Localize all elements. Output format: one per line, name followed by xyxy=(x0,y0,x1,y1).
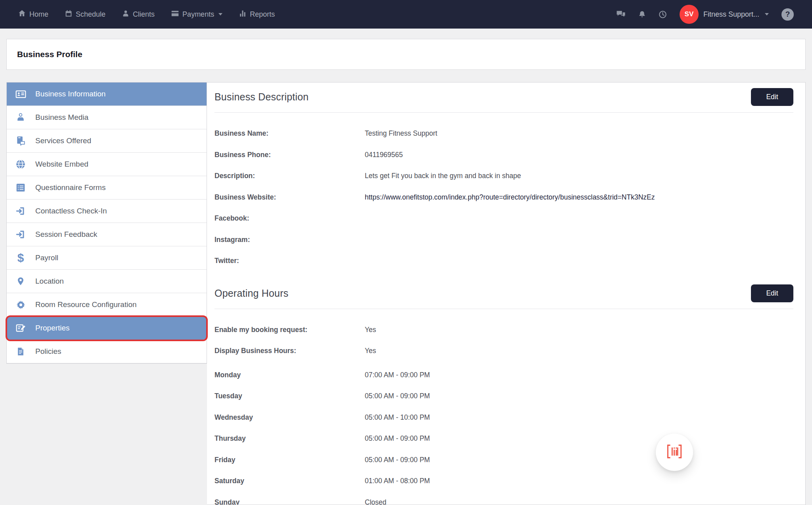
business-person-icon xyxy=(15,113,27,122)
account-menu[interactable]: SV Fitness Support... xyxy=(680,5,769,24)
field-display-business-hours: Display Business Hours: Yes xyxy=(214,340,793,362)
settings-sidebar: Business Information Business Media Serv… xyxy=(6,82,207,364)
sidebar-item-questionnaire-forms[interactable]: Questionnaire Forms xyxy=(7,176,207,200)
field-hours-saturday: Saturday 01:00 AM - 08:00 PM xyxy=(214,470,793,492)
field-business-website: Business Website: https://www.onefitstop… xyxy=(214,187,793,208)
field-business-name: Business Name: Testing Fitness Support xyxy=(214,123,793,144)
calendar-icon xyxy=(65,10,72,19)
gear-icon xyxy=(15,300,27,310)
field-hours-friday: Friday 05:00 AM - 09:00 PM xyxy=(214,449,793,471)
dollar-icon: $ xyxy=(15,252,27,264)
person-icon xyxy=(122,10,129,19)
section-title: Business Description xyxy=(214,91,308,103)
navbar-right-group: SV Fitness Support... ? xyxy=(616,5,794,24)
help-icon[interactable]: ? xyxy=(781,8,794,21)
top-navbar: Home Schedule Clients Payments Reports S… xyxy=(0,0,812,29)
section-business-description: Business Description Edit Business Name:… xyxy=(214,83,793,272)
sidebar-item-business-information[interactable]: Business Information xyxy=(7,83,207,106)
sidebar-item-services-offered[interactable]: Services Offered xyxy=(7,129,207,153)
book-chat-icon xyxy=(15,136,27,146)
avatar: SV xyxy=(680,5,699,24)
section-header: Business Description Edit xyxy=(214,83,793,113)
sidebar-item-label: Contactless Check-In xyxy=(35,207,107,215)
barcode-scan-icon xyxy=(665,444,684,461)
nav-item-label: Home xyxy=(29,10,48,19)
sidebar-item-label: Properties xyxy=(35,324,70,332)
field-hours-sunday: Sunday Closed xyxy=(214,492,793,505)
field-instagram: Instagram: xyxy=(214,229,793,251)
nav-item-reports[interactable]: Reports xyxy=(239,10,275,19)
sidebar-item-label: Services Offered xyxy=(35,136,91,145)
section-title: Operating Hours xyxy=(214,288,288,299)
bar-chart-icon xyxy=(239,10,246,19)
page-header-card: Business Profile xyxy=(6,39,806,70)
field-business-phone: Business Phone: 0411969565 xyxy=(214,144,793,166)
nav-item-label: Clients xyxy=(133,10,155,19)
field-hours-monday: Monday 07:00 AM - 09:00 PM xyxy=(214,365,793,386)
chevron-down-icon xyxy=(218,13,222,15)
field-hours-tuesday: Tuesday 05:00 AM - 09:00 PM xyxy=(214,386,793,407)
sidebar-item-label: Policies xyxy=(35,347,61,356)
edit-operating-hours-button[interactable]: Edit xyxy=(751,284,793,302)
sidebar-item-label: Business Information xyxy=(35,90,105,98)
sidebar-item-label: Business Media xyxy=(35,113,88,122)
sidebar-item-label: Location xyxy=(35,277,64,286)
page-title: Business Profile xyxy=(17,50,82,59)
field-twitter: Twitter: xyxy=(214,250,793,272)
chevron-down-icon xyxy=(765,13,769,15)
sidebar-item-contactless-check-in[interactable]: Contactless Check-In xyxy=(7,200,207,223)
sidebar-item-label: Website Embed xyxy=(35,160,88,169)
sidebar-item-label: Session Feedback xyxy=(35,230,97,239)
section-header: Operating Hours Edit xyxy=(214,279,793,309)
sidebar-item-policies[interactable]: Policies xyxy=(7,340,207,363)
business-website-link[interactable]: https://www.onefitstop.com/index.php?rou… xyxy=(365,193,655,202)
operating-hours-fields: Enable my booking request: Yes Display B… xyxy=(214,309,793,505)
sidebar-item-properties[interactable]: Properties xyxy=(7,317,207,340)
document-icon xyxy=(15,347,27,356)
account-name: Fitness Support... xyxy=(703,10,759,19)
sidebar-item-label: Room Resource Configuration xyxy=(35,300,137,309)
nav-item-label: Payments xyxy=(182,10,214,19)
clock-icon[interactable] xyxy=(659,10,667,19)
chat-icon[interactable] xyxy=(616,10,626,18)
sidebar-item-label: Questionnaire Forms xyxy=(35,183,105,192)
edit-business-description-button[interactable]: Edit xyxy=(751,88,793,106)
scan-floating-button[interactable] xyxy=(656,434,693,471)
field-enable-booking-request: Enable my booking request: Yes xyxy=(214,319,793,341)
compose-icon xyxy=(15,323,27,333)
form-list-icon xyxy=(15,182,27,193)
nav-item-label: Reports xyxy=(250,10,275,19)
sign-in-icon xyxy=(15,206,27,216)
sidebar-item-website-embed[interactable]: Website Embed xyxy=(7,153,207,176)
bell-icon[interactable] xyxy=(638,11,646,18)
nav-item-schedule[interactable]: Schedule xyxy=(65,10,105,19)
nav-item-label: Schedule xyxy=(76,10,105,19)
sidebar-item-session-feedback[interactable]: Session Feedback xyxy=(7,223,207,246)
field-description: Description: Lets get Fit you back in th… xyxy=(214,165,793,187)
nav-item-clients[interactable]: Clients xyxy=(122,10,155,19)
field-hours-thursday: Thursday 05:00 AM - 09:00 PM xyxy=(214,428,793,449)
business-description-fields: Business Name: Testing Fitness Support B… xyxy=(214,113,793,272)
id-card-icon xyxy=(15,89,27,100)
home-icon xyxy=(18,10,26,19)
sidebar-item-location[interactable]: Location xyxy=(7,270,207,293)
sign-in-icon xyxy=(15,229,27,240)
section-operating-hours: Operating Hours Edit Enable my booking r… xyxy=(214,279,793,505)
sidebar-item-business-media[interactable]: Business Media xyxy=(7,106,207,129)
nav-item-home[interactable]: Home xyxy=(18,10,48,19)
sidebar-item-payroll[interactable]: $ Payroll xyxy=(7,246,207,270)
sidebar-item-label: Payroll xyxy=(35,253,58,262)
field-hours-wednesday: Wednesday 05:00 AM - 10:00 PM xyxy=(214,407,793,428)
credit-card-icon xyxy=(171,10,179,19)
sidebar-item-room-resource-configuration[interactable]: Room Resource Configuration xyxy=(7,293,207,317)
field-facebook: Facebook: xyxy=(214,208,793,229)
map-pin-icon xyxy=(15,277,27,286)
nav-item-payments[interactable]: Payments xyxy=(171,10,222,19)
main-panel: Business Description Edit Business Name:… xyxy=(207,82,806,505)
globe-icon xyxy=(15,159,27,169)
